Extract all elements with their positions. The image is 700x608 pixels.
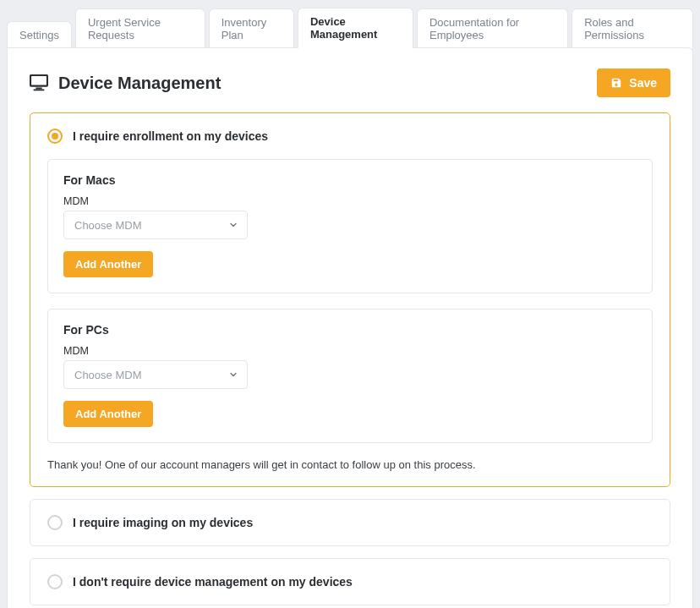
pcs-mdm-placeholder: Choose MDM bbox=[74, 369, 141, 381]
tab-settings[interactable]: Settings bbox=[7, 21, 72, 48]
save-button-label: Save bbox=[629, 76, 657, 90]
tab-label: Documentation for Employees bbox=[429, 16, 519, 41]
svg-rect-0 bbox=[30, 75, 47, 86]
tab-urgent-service-requests[interactable]: Urgent Service Requests bbox=[75, 8, 205, 48]
enrollment-note: Thank you! One of our account managers w… bbox=[47, 458, 653, 471]
option-none-label: I don't require device management on my … bbox=[73, 575, 353, 589]
subcard-pcs-title: For PCs bbox=[63, 323, 637, 337]
tab-label: Settings bbox=[19, 29, 59, 41]
option-none[interactable]: I don't require device management on my … bbox=[30, 558, 670, 605]
option-none-head: I don't require device management on my … bbox=[47, 574, 653, 589]
macs-mdm-label: MDM bbox=[63, 195, 637, 207]
button-label: Add Another bbox=[75, 408, 141, 420]
option-imaging[interactable]: I require imaging on my devices bbox=[30, 499, 670, 546]
macs-add-another-button[interactable]: Add Another bbox=[63, 251, 153, 277]
subcard-macs-title: For Macs bbox=[63, 173, 637, 187]
subcard-pcs: For PCs MDM Choose MDM Add Another bbox=[47, 309, 653, 443]
option-imaging-label: I require imaging on my devices bbox=[73, 516, 253, 529]
macs-mdm-placeholder: Choose MDM bbox=[74, 219, 141, 232]
option-enrollment[interactable]: I require enrollment on my devices For M… bbox=[30, 112, 670, 487]
tab-label: Roles and Permissions bbox=[584, 16, 644, 41]
save-icon bbox=[610, 77, 622, 89]
tab-roles-and-permissions[interactable]: Roles and Permissions bbox=[571, 8, 693, 48]
radio-none[interactable] bbox=[47, 574, 63, 589]
chevron-down-icon bbox=[228, 370, 238, 380]
panel-device-management: Device Management Save I require enrollm… bbox=[7, 47, 693, 608]
tab-inventory-plan[interactable]: Inventory Plan bbox=[209, 8, 294, 48]
option-imaging-head: I require imaging on my devices bbox=[47, 515, 653, 530]
button-label: Add Another bbox=[75, 258, 141, 271]
radio-enrollment[interactable] bbox=[47, 129, 63, 144]
macs-mdm-select[interactable]: Choose MDM bbox=[63, 211, 248, 239]
chevron-down-icon bbox=[228, 220, 238, 230]
monitor-icon bbox=[30, 74, 48, 91]
tab-documentation-for-employees[interactable]: Documentation for Employees bbox=[417, 8, 568, 48]
option-enrollment-head: I require enrollment on my devices bbox=[47, 129, 653, 144]
tab-bar: Settings Urgent Service Requests Invento… bbox=[7, 7, 693, 47]
subcard-macs: For Macs MDM Choose MDM Add Another bbox=[47, 159, 653, 293]
svg-rect-1 bbox=[36, 87, 41, 89]
save-button[interactable]: Save bbox=[597, 68, 670, 97]
tab-device-management[interactable]: Device Management bbox=[298, 8, 413, 48]
radio-imaging[interactable] bbox=[47, 515, 63, 530]
option-enrollment-label: I require enrollment on my devices bbox=[73, 129, 268, 143]
tab-label: Device Management bbox=[310, 15, 377, 41]
panel-header: Device Management Save bbox=[30, 68, 670, 97]
page-title: Device Management bbox=[58, 74, 221, 93]
pcs-add-another-button[interactable]: Add Another bbox=[63, 401, 153, 427]
pcs-mdm-select[interactable]: Choose MDM bbox=[63, 360, 248, 389]
svg-rect-2 bbox=[34, 89, 45, 90]
tab-label: Inventory Plan bbox=[221, 16, 266, 41]
pcs-mdm-label: MDM bbox=[63, 345, 637, 357]
tab-label: Urgent Service Requests bbox=[88, 16, 161, 41]
